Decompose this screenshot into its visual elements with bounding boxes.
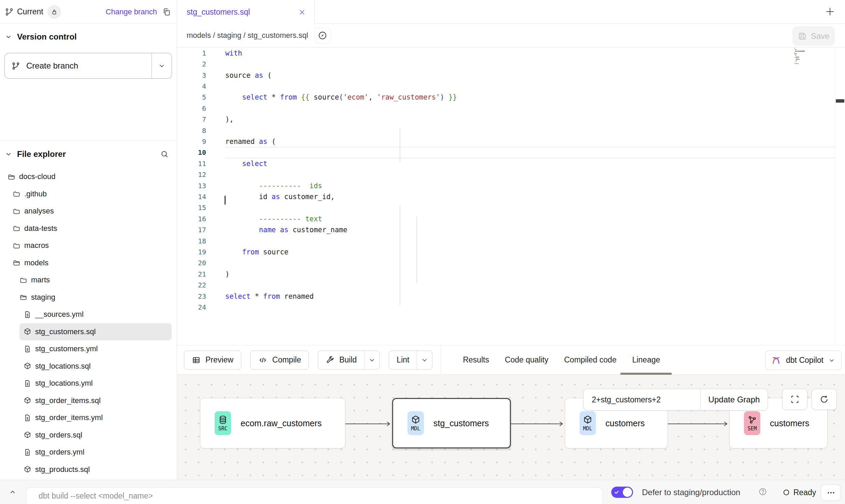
indent-guide — [400, 206, 400, 305]
tree-item-label: models — [24, 258, 48, 267]
tree-item-stg-orders-yml[interactable]: stg_orders.yml — [0, 444, 177, 461]
folder-open-icon — [13, 259, 20, 267]
lineage-edge — [511, 424, 563, 424]
tree-item-analyses[interactable]: analyses — [0, 203, 177, 220]
line-number: 19 — [177, 247, 206, 257]
help-icon[interactable] — [758, 487, 767, 496]
file-explorer-section-header[interactable]: File explorer — [5, 147, 172, 161]
code-line-3: source as ( — [225, 70, 272, 81]
refresh-button[interactable] — [812, 389, 837, 410]
tree-item-stg-locations-sql[interactable]: stg_locations.sql — [0, 358, 177, 375]
preview-label: Preview — [205, 355, 233, 365]
tab-stg-customers-sql[interactable]: stg_customers.sql — [177, 0, 315, 24]
src-badge: SRC — [215, 411, 231, 435]
create-branch-dropdown[interactable] — [152, 53, 172, 78]
line-number: 16 — [177, 213, 206, 224]
line-number: 5 — [177, 92, 206, 103]
defer-toggle[interactable] — [611, 487, 633, 498]
more-actions-button[interactable] — [821, 484, 841, 501]
compile-button: Compile — [250, 351, 309, 370]
minimap-line — [796, 49, 797, 50]
tree-item-stg-orders-sql[interactable]: stg_orders.sql — [0, 427, 177, 444]
tree-item-label: marts — [31, 276, 50, 284]
tab-title: stg_customers.sql — [187, 8, 250, 17]
code-line-19: from source — [225, 247, 288, 257]
lineage-node-ecom-raw-customers[interactable]: SRCecom.raw_customers — [200, 398, 345, 448]
tree-item-label: stg_order_items.sql — [35, 396, 101, 405]
database-icon — [218, 415, 228, 425]
tree-item-models[interactable]: models — [0, 254, 177, 272]
copilot-compass-icon[interactable] — [314, 27, 331, 44]
code-editor[interactable]: 123456789101112131415161718192021222324 … — [177, 47, 845, 345]
change-branch-link[interactable]: Change branch — [106, 8, 157, 16]
current-line-highlight — [225, 147, 835, 158]
build-dropdown[interactable] — [364, 351, 379, 369]
new-tab-icon[interactable] — [825, 6, 835, 17]
tree-item-stg-order-items-yml[interactable]: stg_order_items.yml — [0, 409, 177, 427]
tree-item-docs-cloud[interactable]: docs-cloud — [0, 168, 177, 186]
create-branch-button: Create branch — [4, 53, 172, 79]
line-number: 18 — [177, 236, 206, 247]
line-number: 15 — [177, 202, 206, 213]
editor-scrollbar-thumb[interactable] — [836, 99, 844, 103]
tree-item-data-tests[interactable]: data-tests — [0, 220, 177, 237]
tree-item--github[interactable]: .github — [0, 186, 177, 203]
create-branch-main[interactable]: Create branch — [5, 53, 152, 78]
dbt-copilot-button[interactable]: dbt Copilot — [765, 351, 842, 370]
command-input[interactable] — [38, 491, 551, 501]
tab-compiled-code[interactable]: Compiled code — [564, 345, 616, 375]
tab-results[interactable]: Results — [463, 345, 489, 375]
folder-icon — [13, 190, 20, 198]
code-line-14: id as customer_id, — [225, 191, 335, 202]
folder-icon — [13, 242, 20, 250]
arrow-head-icon — [558, 421, 564, 427]
search-icon[interactable] — [160, 150, 169, 159]
lineage-selector-group: Update Graph — [583, 389, 768, 411]
tree-item-stg-order-items-sql[interactable]: stg_order_items.sql — [0, 392, 177, 410]
build-button-main[interactable]: Build — [318, 351, 364, 369]
line-number: 17 — [177, 224, 206, 235]
lineage-selector-input[interactable] — [584, 389, 700, 410]
lint-button-main[interactable]: Lint — [389, 351, 417, 369]
lint-button: Lint — [389, 351, 432, 370]
fullscreen-icon — [790, 395, 800, 404]
ready-status-badge[interactable]: Ready — [780, 485, 818, 500]
tab-lineage[interactable]: Lineage — [632, 345, 660, 375]
lint-dropdown[interactable] — [417, 351, 432, 369]
close-icon[interactable] — [298, 8, 306, 16]
save-icon — [798, 32, 807, 41]
tree-item-label: docs-cloud — [19, 172, 55, 181]
update-graph-button[interactable]: Update Graph — [700, 389, 768, 410]
code-line-13: ---------- ids — [225, 180, 322, 191]
lineage-panel[interactable]: SRCecom.raw_customersMDLstg_customersMDL… — [177, 375, 845, 480]
line-number: 14 — [177, 191, 206, 202]
node-label: stg_customers — [433, 418, 489, 428]
compile-button-main[interactable]: Compile — [250, 351, 309, 369]
arrow-head-icon — [385, 421, 391, 427]
lineage-node-stg-customers[interactable]: MDLstg_customers — [392, 398, 511, 448]
tree-item-macros[interactable]: macros — [0, 237, 177, 254]
copy-branch-icon[interactable] — [162, 7, 171, 17]
tree-item-stg-products-sql[interactable]: stg_products.sql — [0, 461, 177, 478]
tree-item-stg-customers-yml[interactable]: stg_customers.yml — [0, 340, 177, 358]
save-button[interactable]: Save — [793, 27, 834, 45]
tree-item-stg-customers-sql[interactable]: stg_customers.sql — [19, 323, 172, 341]
chevron-up-icon[interactable] — [8, 488, 17, 496]
file-doc-icon — [24, 380, 31, 387]
defer-label: Defer to staging/production — [642, 488, 740, 497]
tree-item-stg-locations-yml[interactable]: stg_locations.yml — [0, 375, 177, 392]
badge-label: SRC — [218, 426, 227, 432]
version-control-section-header[interactable]: Version control — [5, 30, 169, 44]
fullscreen-button[interactable] — [782, 389, 807, 410]
preview-button-main[interactable]: Preview — [184, 351, 241, 369]
tab-code-quality[interactable]: Code quality — [505, 345, 548, 375]
tree-item-marts[interactable]: marts — [0, 271, 177, 289]
branch-bar: Current Change branch — [0, 0, 177, 24]
tab-bar: stg_customers.sql — [177, 0, 845, 24]
status-circle-icon — [783, 489, 790, 496]
tree-item-label: stg_order_items.yml — [35, 413, 103, 422]
tree-item--sources-yml[interactable]: __sources.yml — [0, 306, 177, 323]
check-icon — [614, 489, 620, 495]
tree-item-label: data-tests — [24, 224, 57, 233]
tree-item-staging[interactable]: staging — [0, 289, 177, 306]
